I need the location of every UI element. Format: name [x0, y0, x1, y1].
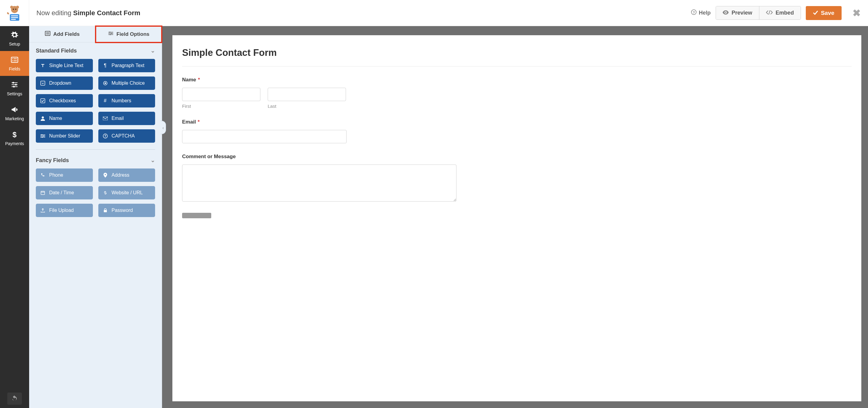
svg-text:$: $ — [12, 130, 17, 138]
svg-point-35 — [41, 136, 43, 138]
comment-label-row: Comment or Message — [182, 154, 851, 160]
svg-point-1 — [10, 5, 13, 8]
check-square-icon — [40, 98, 45, 103]
field-datetime[interactable]: Date / Time — [36, 186, 93, 199]
field-number-slider[interactable]: Number Slider — [36, 129, 93, 143]
svg-rect-6 — [11, 15, 18, 16]
group-standard-label: Standard Fields — [36, 48, 77, 54]
bullhorn-icon — [11, 106, 19, 115]
editing-prefix: Now editing — [36, 9, 71, 17]
field-captcha[interactable]: ?CAPTCHA — [98, 129, 155, 143]
tab-options-label: Field Options — [117, 31, 150, 37]
chevron-down-icon: ⌄ — [151, 157, 155, 164]
question-circle-icon: ? — [102, 133, 108, 138]
name-label-row: Name * — [182, 77, 851, 83]
link-icon — [102, 190, 108, 195]
form-name: Simple Contact Form — [73, 9, 140, 17]
svg-rect-23 — [46, 34, 49, 34]
code-icon — [766, 10, 773, 16]
form-canvas[interactable]: Simple Contact Form Name * First Last — [173, 35, 861, 401]
comment-label: Comment or Message — [182, 154, 236, 160]
field-single-line-text[interactable]: Single Line Text — [36, 59, 93, 72]
field-name[interactable]: Name — [36, 112, 93, 125]
svg-text:?: ? — [104, 134, 106, 138]
field-email-block[interactable]: Email * — [182, 119, 851, 143]
rail-fields[interactable]: Fields — [0, 51, 29, 76]
field-address[interactable]: Address — [98, 168, 155, 182]
field-file-upload[interactable]: File Upload — [36, 204, 93, 217]
left-rail: Setup Fields Settings Marketing $ Paymen… — [0, 26, 29, 408]
name-row: First Last — [182, 88, 851, 109]
help-link[interactable]: ? Help — [691, 9, 711, 17]
editing-label: Now editing Simple Contact Form — [29, 9, 691, 17]
sliders-icon — [11, 81, 19, 90]
rail-setup[interactable]: Setup — [0, 26, 29, 51]
close-icon: ✖ — [852, 8, 861, 19]
hash-icon: # — [102, 98, 108, 103]
tab-field-options[interactable]: Field Options — [96, 26, 162, 42]
last-sublabel: Last — [268, 103, 346, 109]
close-button[interactable]: ✖ — [851, 7, 863, 19]
undo-button[interactable] — [7, 393, 22, 405]
email-input[interactable] — [182, 130, 347, 143]
form-icon — [45, 31, 51, 37]
calendar-icon — [40, 191, 45, 195]
field-name-block[interactable]: Name * First Last — [182, 77, 851, 109]
rail-payments[interactable]: $ Payments — [0, 126, 29, 151]
rail-marketing[interactable]: Marketing — [0, 101, 29, 126]
field-checkboxes[interactable]: Checkboxes — [36, 94, 93, 107]
tab-add-fields[interactable]: Add Fields — [29, 26, 96, 42]
comment-textarea[interactable] — [182, 164, 457, 201]
svg-rect-8 — [11, 19, 16, 20]
panel-body: Standard Fields ⌄ Single Line Text ¶Para… — [29, 42, 162, 408]
first-sublabel: First — [182, 103, 260, 109]
caret-square-icon — [40, 81, 45, 86]
check-icon — [813, 10, 818, 17]
svg-point-34 — [43, 135, 44, 136]
field-email[interactable]: Email — [98, 112, 155, 125]
rail-setup-label: Setup — [9, 41, 20, 46]
list-icon — [11, 56, 19, 65]
svg-point-24 — [109, 32, 111, 33]
group-fancy-header[interactable]: Fancy Fields ⌄ — [29, 152, 162, 167]
field-numbers[interactable]: #Numbers — [98, 94, 155, 107]
field-multiple-choice[interactable]: Multiple Choice — [98, 76, 155, 90]
embed-button[interactable]: Embed — [759, 6, 801, 20]
sliders-icon — [40, 134, 45, 138]
gear-icon — [11, 31, 19, 40]
help-icon: ? — [691, 9, 696, 17]
field-phone[interactable]: Phone — [36, 168, 93, 182]
map-pin-icon — [102, 173, 108, 178]
svg-point-15 — [12, 60, 13, 61]
svg-point-4 — [15, 8, 16, 10]
field-dropdown[interactable]: Dropdown — [36, 76, 93, 90]
svg-point-3 — [13, 8, 14, 10]
svg-point-11 — [725, 12, 726, 13]
rail-settings[interactable]: Settings — [0, 76, 29, 101]
preview-button[interactable]: Preview — [716, 6, 759, 20]
help-label: Help — [699, 10, 711, 16]
group-standard-header[interactable]: Standard Fields ⌄ — [29, 42, 162, 57]
first-name-input[interactable] — [182, 88, 260, 101]
panel-collapse-handle[interactable]: ‹ — [160, 121, 166, 134]
main-shell: Setup Fields Settings Marketing $ Paymen… — [0, 26, 868, 408]
submit-placeholder — [182, 213, 211, 218]
svg-rect-7 — [11, 17, 18, 18]
field-password[interactable]: Password — [98, 204, 155, 217]
field-paragraph-text[interactable]: ¶Paragraph Text — [98, 59, 155, 72]
rail-undo — [0, 389, 29, 408]
save-button[interactable]: Save — [806, 6, 842, 20]
field-comment-block[interactable]: Comment or Message — [182, 154, 851, 202]
panel-tabs: Add Fields Field Options — [29, 26, 162, 42]
last-name-input[interactable] — [268, 88, 346, 101]
chevron-down-icon: ⌄ — [151, 48, 155, 54]
svg-text:?: ? — [692, 10, 695, 14]
svg-point-25 — [111, 33, 112, 34]
svg-point-13 — [12, 58, 13, 59]
topbar-actions: ? Help Preview Embed Save — [691, 6, 868, 20]
svg-rect-30 — [41, 99, 45, 103]
chevron-left-icon: ‹ — [162, 125, 164, 130]
field-website[interactable]: Website / URL — [98, 186, 155, 199]
phone-icon — [40, 173, 45, 177]
embed-label: Embed — [776, 10, 794, 16]
